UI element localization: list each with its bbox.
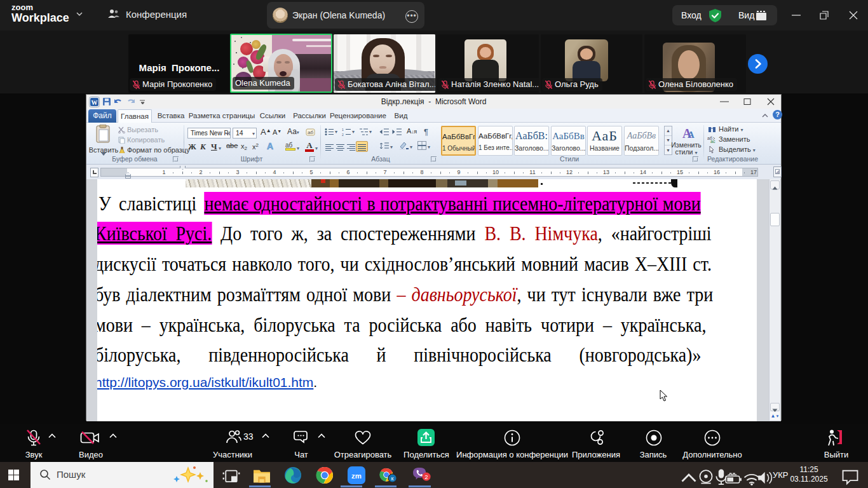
- svg-text:1: 1: [342, 128, 344, 132]
- svg-text:А: А: [688, 130, 695, 140]
- svg-text:zm: zm: [351, 472, 362, 480]
- svg-text:к: к: [391, 475, 394, 482]
- svg-text:аб: аб: [308, 130, 313, 135]
- svg-text:ас: ас: [710, 139, 715, 144]
- svg-text:2: 2: [424, 473, 428, 480]
- svg-text:W: W: [92, 99, 98, 106]
- svg-text:2: 2: [342, 133, 344, 137]
